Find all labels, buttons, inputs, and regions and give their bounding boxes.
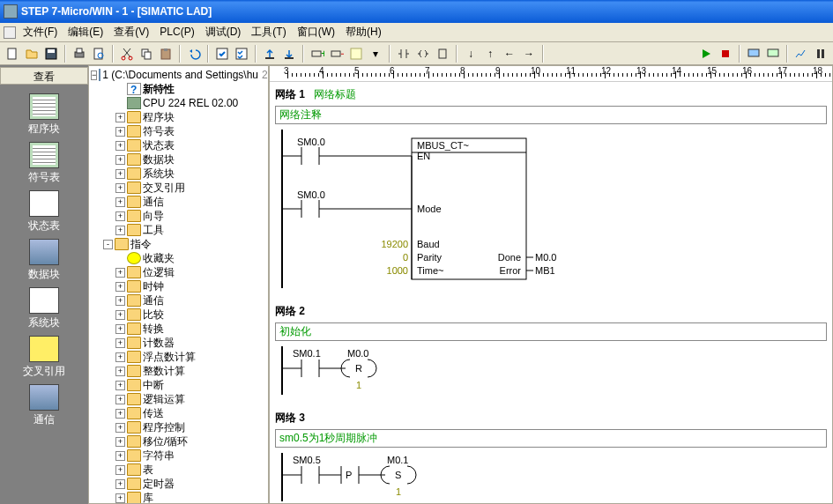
expander-icon[interactable]: + (115, 197, 125, 207)
nav-交叉引用[interactable]: 交叉引用 (9, 336, 79, 379)
box-icon[interactable] (434, 45, 451, 63)
line-right-icon[interactable]: → (520, 45, 538, 63)
paste-icon[interactable] (157, 45, 175, 63)
expander-icon[interactable]: + (115, 211, 125, 221)
tree-item[interactable]: +库 (89, 491, 268, 504)
tree-item[interactable]: 收藏夹 (89, 251, 268, 265)
nav-状态表[interactable]: 状态表 (9, 190, 79, 233)
save-icon[interactable] (42, 45, 60, 63)
tree-item[interactable]: +通信 (89, 195, 268, 209)
expander-icon[interactable]: + (115, 113, 125, 122)
expander-icon[interactable]: + (115, 409, 125, 419)
undo-icon[interactable] (185, 45, 203, 63)
tree-item[interactable]: +程序块 (89, 110, 268, 124)
network-comment[interactable]: 网络注释 (275, 106, 827, 124)
nav-系统块[interactable]: 系统块 (9, 287, 79, 330)
menu-PLC(P)[interactable]: PLC(P) (154, 24, 199, 40)
run-icon[interactable] (697, 45, 715, 63)
tree-item[interactable]: +交叉引用 (89, 181, 268, 195)
tree-item[interactable]: +转换 (89, 322, 268, 336)
toggle-poc-icon[interactable] (347, 45, 365, 63)
tree-item[interactable]: +工具 (89, 223, 268, 237)
network-2[interactable]: 网络 2初始化SM0.1M0.0R1 (275, 302, 827, 395)
tree-item[interactable]: +数据块 (89, 152, 268, 167)
monitor2-icon[interactable] (764, 45, 782, 63)
insert-network-icon[interactable]: + (309, 45, 326, 63)
network-comment[interactable]: 初始化 (275, 322, 827, 341)
nav-程序块[interactable]: 程序块 (9, 93, 79, 137)
expander-icon[interactable]: + (115, 169, 125, 179)
tree-item[interactable]: +浮点数计算 (89, 350, 268, 364)
expander-icon[interactable]: + (115, 423, 125, 433)
expander-icon[interactable]: + (115, 183, 125, 193)
multi-icon[interactable]: ▾ (367, 45, 384, 63)
tree-item[interactable]: +字符串 (89, 448, 268, 463)
preview-icon[interactable] (90, 45, 108, 63)
tree-item[interactable]: +中断 (89, 378, 268, 392)
expander-icon[interactable]: + (115, 451, 125, 461)
expander-icon[interactable]: + (115, 282, 125, 292)
tree-item[interactable]: +逻辑运算 (89, 392, 268, 406)
expander-icon[interactable]: + (115, 367, 125, 376)
tree-item[interactable]: +时钟 (89, 279, 268, 293)
tree-item[interactable]: -指令 (89, 237, 268, 251)
compile-icon[interactable] (213, 45, 231, 63)
pause-monitor-icon[interactable] (812, 45, 829, 63)
tree-item[interactable]: +位逻辑 (89, 265, 268, 279)
line-down-icon[interactable]: ↓ (462, 45, 480, 63)
tree-item[interactable]: +状态表 (89, 138, 268, 152)
print-icon[interactable] (71, 45, 88, 63)
line-left-icon[interactable]: ← (501, 45, 518, 63)
nav-符号表[interactable]: 符号表 (9, 142, 79, 185)
stop-icon[interactable] (717, 45, 734, 63)
expander-icon[interactable]: + (115, 437, 125, 447)
expander-icon[interactable]: + (115, 338, 125, 348)
expander-icon[interactable]: − (91, 70, 97, 80)
expander-icon[interactable]: + (115, 479, 125, 489)
upload-icon[interactable] (261, 45, 279, 63)
tree-item[interactable]: +通信 (89, 293, 268, 308)
tree-item[interactable]: +定时器 (89, 477, 268, 491)
nav-通信[interactable]: 通信 (9, 384, 79, 427)
nav-数据块[interactable]: 数据块 (9, 239, 79, 282)
menu-文件(F)[interactable]: 文件(F) (18, 24, 63, 40)
menu-调试(D)[interactable]: 调试(D) (200, 24, 247, 40)
cut-icon[interactable] (118, 45, 136, 63)
expander-icon[interactable]: + (115, 324, 125, 334)
tree-item[interactable]: +系统块 (89, 167, 268, 181)
expander-icon[interactable]: + (115, 268, 125, 278)
chart-icon[interactable] (792, 45, 810, 63)
instruction-tree[interactable]: −1 (C:\Documents and Settings\hu2新特性CPU … (88, 65, 269, 504)
menu-编辑(E)[interactable]: 编辑(E) (63, 24, 108, 40)
menu-帮助(H)[interactable]: 帮助(H) (340, 24, 387, 40)
ladder-editor[interactable]: 3456789101112131415161718 网络 1网络标题网络注释SM… (269, 65, 833, 504)
expander-icon[interactable]: + (115, 352, 125, 362)
download-icon[interactable] (280, 45, 298, 63)
expander-icon[interactable]: + (115, 141, 125, 151)
tree-item[interactable]: +传送 (89, 406, 268, 420)
compile-all-icon[interactable] (233, 45, 250, 63)
expander-icon[interactable]: + (115, 155, 125, 165)
tree-item[interactable]: +符号表 (89, 124, 268, 138)
menu-查看(V)[interactable]: 查看(V) (108, 24, 154, 40)
contact-icon[interactable] (395, 45, 413, 63)
tree-item[interactable]: +整数计算 (89, 364, 268, 378)
delete-network-icon[interactable]: − (328, 45, 346, 63)
expander-icon[interactable]: - (103, 240, 113, 249)
expander-icon[interactable]: + (115, 381, 125, 390)
coil-icon[interactable] (414, 45, 432, 63)
tree-item[interactable]: +表 (89, 463, 268, 477)
tree-item[interactable]: +计数器 (89, 336, 268, 350)
expander-icon[interactable]: + (115, 465, 125, 475)
tree-item[interactable]: +向导 (89, 209, 268, 223)
tree-item[interactable]: CPU 224 REL 02.00 (89, 96, 268, 110)
mdi-icon[interactable] (4, 26, 16, 39)
tree-item[interactable]: +移位/循环 (89, 434, 268, 448)
network-3[interactable]: 网络 3sm0.5为1秒周期脉冲SM0.5PM0.1S1 (275, 409, 827, 501)
menu-工具(T)[interactable]: 工具(T) (246, 24, 291, 40)
tree-item[interactable]: 新特性 (89, 82, 268, 96)
expander-icon[interactable]: + (115, 127, 125, 137)
expander-icon[interactable]: + (115, 296, 125, 306)
expander-icon[interactable]: + (115, 493, 125, 503)
network-1[interactable]: 网络 1网络标题网络注释SM0.0SM0.0MBUS_CT~ENModeBaud… (275, 85, 827, 288)
